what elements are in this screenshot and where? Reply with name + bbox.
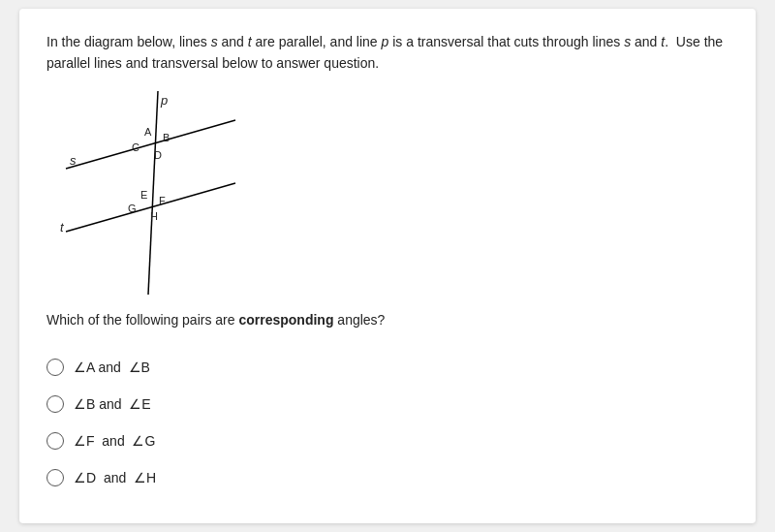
option-label-b: ∠B and ∠E — [74, 396, 151, 412]
question-text: Which of the following pairs are corresp… — [46, 312, 728, 328]
label-s: s — [70, 153, 77, 168]
label-p: p — [160, 93, 168, 108]
label-D: D — [154, 149, 162, 161]
options-list: ∠A and ∠B ∠B and ∠E ∠F and ∠G ∠D and ∠H — [46, 349, 728, 496]
intro-paragraph: In the diagram below, lines s and t are … — [46, 32, 728, 74]
radio-b[interactable] — [46, 395, 64, 413]
main-card: In the diagram below, lines s and t are … — [19, 9, 756, 523]
label-G: G — [128, 203, 137, 214]
option-label-c: ∠F and ∠G — [74, 433, 155, 449]
radio-a[interactable] — [46, 359, 64, 376]
label-E: E — [140, 189, 147, 201]
diagram-area: s t p A B C D E F G H — [56, 91, 250, 295]
label-H: H — [150, 210, 158, 222]
radio-c[interactable] — [46, 432, 64, 450]
label-B: B — [163, 132, 170, 143]
label-C: C — [132, 141, 140, 153]
diagram-svg: s t p A B C D E F G H — [56, 91, 250, 295]
label-A: A — [144, 126, 152, 138]
option-row-b[interactable]: ∠B and ∠E — [46, 386, 728, 422]
label-t: t — [60, 220, 65, 235]
option-row-a[interactable]: ∠A and ∠B — [46, 349, 728, 386]
option-label-a: ∠A and ∠B — [74, 360, 150, 375]
svg-line-2 — [66, 183, 235, 232]
radio-d[interactable] — [46, 469, 64, 486]
label-F: F — [159, 195, 166, 206]
bold-word: corresponding — [238, 312, 333, 328]
option-row-d[interactable]: ∠D and ∠H — [46, 459, 728, 496]
option-label-d: ∠D and ∠H — [74, 470, 156, 485]
option-row-c[interactable]: ∠F and ∠G — [46, 422, 728, 459]
svg-line-0 — [148, 91, 158, 295]
